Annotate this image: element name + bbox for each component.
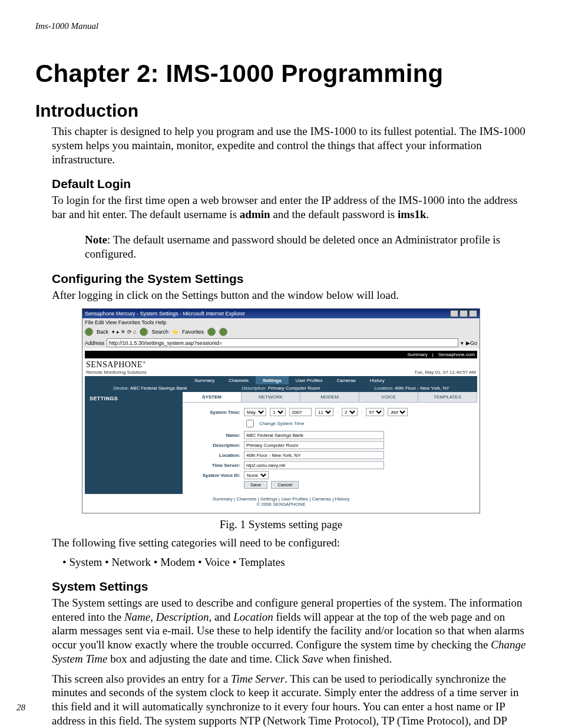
close-icon[interactable] xyxy=(469,310,477,317)
categories-bullets: • System • Network • Modem • Voice • Tem… xyxy=(52,556,527,569)
save-button[interactable]: Save xyxy=(244,481,267,489)
footer-copy: © 2006 SENSAPHONE xyxy=(85,502,477,507)
hour-select[interactable]: 11 xyxy=(315,408,333,416)
name-input[interactable] xyxy=(244,431,384,439)
desc-field: Description xyxy=(156,611,209,623)
tab-history[interactable]: History xyxy=(363,376,392,384)
history-icon[interactable] xyxy=(219,328,227,336)
ie-addressbar[interactable]: Address ▾ ▶Go xyxy=(82,337,480,348)
note-paragraph: Note: The default username and password … xyxy=(85,233,527,261)
tab-channels[interactable]: Channels xyxy=(222,376,256,384)
system-settings-para-1: The System settings are used to describe… xyxy=(52,596,527,666)
loc-input[interactable] xyxy=(244,451,384,459)
media-icon[interactable] xyxy=(207,328,216,336)
page-number: 28 xyxy=(16,703,25,713)
tab-settings[interactable]: Settings xyxy=(256,376,289,384)
address-label: Address xyxy=(85,340,104,346)
subtab-voice[interactable]: VOICE xyxy=(359,392,418,402)
subtab-network[interactable]: NETWORK xyxy=(242,392,300,402)
heading-config-system: Configuring the System Settings xyxy=(52,272,527,286)
note-label: Note xyxy=(85,233,107,246)
change-time-checkbox[interactable] xyxy=(246,420,254,427)
min-select[interactable]: 2 xyxy=(342,408,358,416)
loc-label: Location: xyxy=(187,453,240,458)
ie-title-text: Sensaphone Mercury - System Settings - M… xyxy=(85,311,245,317)
year-input[interactable] xyxy=(289,408,312,416)
cancel-button[interactable]: Cancel xyxy=(271,481,299,489)
settings-form: System Time: May 1 11: 2: 57 AM xyxy=(183,403,477,494)
minimize-icon[interactable] xyxy=(450,310,458,317)
app-top-links: Summary | Sensaphone.com xyxy=(85,351,477,358)
addr-dropdown-icon[interactable]: ▾ xyxy=(461,340,464,346)
ie-window: Sensaphone Mercury - System Settings - M… xyxy=(82,308,480,513)
heading-default-login: Default Login xyxy=(52,177,527,191)
brand-row: SENSAPHONE® Remote Monitoring Solutions … xyxy=(85,358,477,376)
figure-systems-settings: Sensaphone Mercury - System Settings - M… xyxy=(82,308,480,513)
tab-cameras[interactable]: Cameras xyxy=(329,376,362,384)
running-head: Ims-1000 Manual xyxy=(35,21,527,31)
main-panel: SETTINGS SYSTEM NETWORK MODEM VOICE TEMP… xyxy=(85,392,477,494)
back-label[interactable]: Back xyxy=(97,329,108,335)
app-footer: Summary | Channels | Settings | User Pro… xyxy=(85,494,477,510)
search-label[interactable]: Search xyxy=(151,329,168,335)
login-paragraph: To login for the first time open a web b… xyxy=(52,193,527,222)
desc-label: Description: xyxy=(187,443,240,448)
ie-titlebar: Sensaphone Mercury - System Settings - M… xyxy=(82,309,480,318)
loc-field: Location xyxy=(233,611,273,623)
system-date: Tue, May 01, 07 11:40:57 AM xyxy=(414,370,476,375)
subtab-templates[interactable]: TEMPLATES xyxy=(418,392,477,402)
search-icon[interactable] xyxy=(140,328,148,336)
subtab-modem[interactable]: MODEM xyxy=(300,392,359,402)
go-button[interactable]: ▶Go xyxy=(466,340,477,346)
sec-select[interactable]: 57 xyxy=(366,408,384,416)
top-sens-link[interactable]: Sensaphone.com xyxy=(438,352,475,357)
system-settings-para-2: This screen also provides an entry for a… xyxy=(52,672,527,729)
name-label: Name: xyxy=(187,433,240,438)
timeserver-word: Time Server xyxy=(231,673,285,685)
five-categories-para: The following five setting categories wi… xyxy=(52,536,527,550)
settings-subtabs: SYSTEM NETWORK MODEM VOICE TEMPLATES xyxy=(183,392,477,403)
brand-subtitle: Remote Monitoring Solutions xyxy=(86,370,147,375)
ampm-select[interactable]: AM xyxy=(388,408,408,416)
sidebar-title: SETTINGS xyxy=(85,392,183,494)
save-word: Save xyxy=(302,653,323,665)
voiceid-label: System Voice ID: xyxy=(187,473,240,478)
ts-input[interactable] xyxy=(244,461,384,469)
systime-label: System Time: xyxy=(187,410,240,415)
day-select[interactable]: 1 xyxy=(270,408,286,416)
window-buttons[interactable] xyxy=(450,310,477,317)
desc-input[interactable] xyxy=(244,441,384,449)
figure-caption: Fig. 1 Systems setting page xyxy=(35,518,527,531)
change-time-label: Change System Time xyxy=(259,421,304,426)
note-text: : The default username and password shou… xyxy=(85,233,500,260)
footer-links[interactable]: Summary | Channels | Settings | User Pro… xyxy=(85,496,477,502)
chapter-title: Chapter 2: IMS-1000 Programming xyxy=(35,60,527,88)
text: and the default password is xyxy=(270,208,398,220)
address-input[interactable] xyxy=(107,338,458,347)
section-introduction: Introduction xyxy=(35,101,527,121)
month-select[interactable]: May xyxy=(244,408,266,416)
intro-paragraph: This chapter is designed to help you pro… xyxy=(52,124,527,166)
content-panel: SYSTEM NETWORK MODEM VOICE TEMPLATES Sys… xyxy=(183,392,477,494)
config-paragraph: After logging in click on the Settings b… xyxy=(52,288,527,302)
main-tabs: Summary Channels Settings User Profiles … xyxy=(85,376,477,384)
login-pass: ims1k xyxy=(398,208,427,220)
tab-userprofiles[interactable]: User Profiles xyxy=(289,376,330,384)
info-row: Device: ABC Federal Savings Bank Descrip… xyxy=(85,384,477,392)
text: . xyxy=(427,208,429,220)
brand: SENSAPHONE® xyxy=(86,360,147,370)
ts-label: Time Server: xyxy=(187,463,240,468)
maximize-icon[interactable] xyxy=(459,310,468,317)
tab-summary[interactable]: Summary xyxy=(187,376,222,384)
login-user: admin xyxy=(240,208,270,220)
name-field: Name xyxy=(124,611,150,623)
app-area: Summary | Sensaphone.com SENSAPHONE® Rem… xyxy=(82,348,480,513)
top-summary-link[interactable]: Summary xyxy=(407,352,427,357)
subtab-system[interactable]: SYSTEM xyxy=(183,392,242,402)
favorites-label[interactable]: Favorites xyxy=(182,329,204,335)
voiceid-select[interactable]: None xyxy=(244,471,269,479)
heading-system-settings: System Settings xyxy=(52,579,527,594)
ie-toolbar[interactable]: Back ▾ ▸ ✕ ⟳ ⌂ Search ⭐ Favorites xyxy=(82,327,480,337)
back-icon[interactable] xyxy=(85,328,93,336)
ie-menubar[interactable]: File Edit View Favorites Tools Help xyxy=(82,318,480,327)
